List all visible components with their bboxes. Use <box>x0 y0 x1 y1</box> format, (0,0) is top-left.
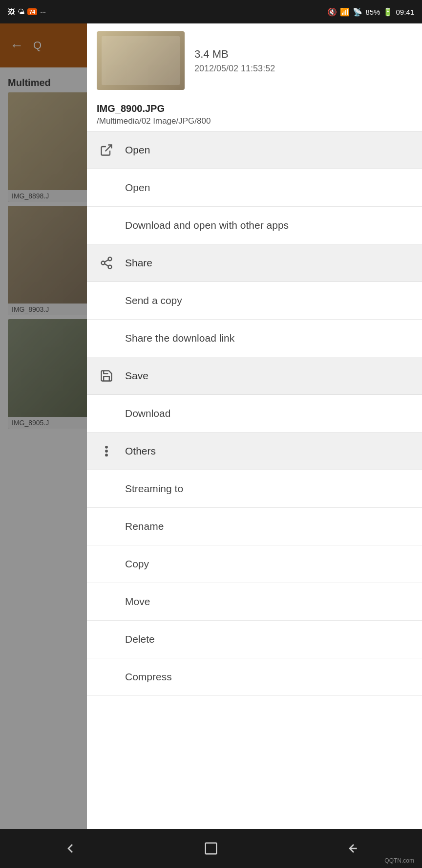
weather-icon: 🌤 <box>18 8 24 16</box>
watermark-text: QQTN.com <box>384 857 414 864</box>
section-others: Others <box>87 433 422 470</box>
rename-item[interactable]: Rename <box>87 508 422 545</box>
delete-item[interactable]: Delete <box>87 621 422 658</box>
battery-percent: 85% <box>365 8 380 16</box>
send-copy-item[interactable]: Send a copy <box>87 282 422 320</box>
svg-point-7 <box>106 450 107 452</box>
share-label: Share <box>125 257 152 269</box>
section-open: Open <box>87 131 422 169</box>
svg-point-3 <box>108 265 112 269</box>
home-nav-button[interactable] <box>191 834 231 863</box>
svg-rect-9 <box>206 843 217 854</box>
mute-icon: 🔇 <box>327 7 337 17</box>
watermark: QQTN.com <box>384 857 414 864</box>
dots-icon: ··· <box>40 8 46 16</box>
clock: 09:41 <box>396 8 414 16</box>
bottom-nav: QQTN.com <box>0 829 422 868</box>
download-open-item[interactable]: Download and open with other apps <box>87 207 422 244</box>
file-size: 3.4 MB <box>194 48 412 61</box>
svg-point-8 <box>106 454 107 456</box>
battery-icon: 🔋 <box>383 7 393 17</box>
back-nav-button[interactable] <box>51 834 90 863</box>
svg-point-2 <box>102 261 105 265</box>
status-left: 🖼 🌤 74 ··· <box>8 8 46 16</box>
notification-badge: 74 <box>27 8 37 15</box>
share-icon <box>97 253 116 273</box>
file-date: 2012/05/02 11:53:52 <box>194 64 412 74</box>
status-right: 🔇 📶 📡 85% 🔋 09:41 <box>327 7 414 17</box>
image-icon: 🖼 <box>8 8 15 16</box>
streaming-item[interactable]: Streaming to <box>87 470 422 508</box>
recent-nav-button[interactable] <box>332 834 371 863</box>
file-header: 3.4 MB 2012/05/02 11:53:52 <box>87 23 422 98</box>
open-item[interactable]: Open <box>87 169 422 207</box>
svg-line-0 <box>106 145 112 152</box>
save-label: Save <box>125 370 148 382</box>
save-icon <box>97 366 116 386</box>
open-icon <box>97 140 116 160</box>
status-bar: 🖼 🌤 74 ··· 🔇 📶 📡 85% 🔋 09:41 <box>0 0 422 23</box>
file-name: IMG_8900.JPG <box>87 98 422 116</box>
svg-point-1 <box>108 257 112 260</box>
open-label: Open <box>125 144 150 156</box>
download-item[interactable]: Download <box>87 395 422 433</box>
svg-point-6 <box>106 446 107 448</box>
section-save: Save <box>87 357 422 395</box>
copy-item[interactable]: Copy <box>87 545 422 583</box>
share-link-item[interactable]: Share the download link <box>87 320 422 357</box>
others-label: Others <box>125 445 156 457</box>
others-icon <box>97 441 116 461</box>
compress-item[interactable]: Compress <box>87 658 422 696</box>
section-share: Share <box>87 244 422 282</box>
file-path: /Multimedia/02 Image/JPG/800 <box>87 116 422 131</box>
wifi-icon: 📶 <box>340 7 350 17</box>
svg-line-4 <box>105 264 108 266</box>
move-item[interactable]: Move <box>87 583 422 621</box>
svg-line-5 <box>105 260 108 262</box>
context-menu-panel: 3.4 MB 2012/05/02 11:53:52 IMG_8900.JPG … <box>87 23 422 868</box>
file-thumbnail <box>97 31 185 90</box>
file-info: 3.4 MB 2012/05/02 11:53:52 <box>194 48 412 74</box>
signal-icon: 📡 <box>353 7 362 17</box>
